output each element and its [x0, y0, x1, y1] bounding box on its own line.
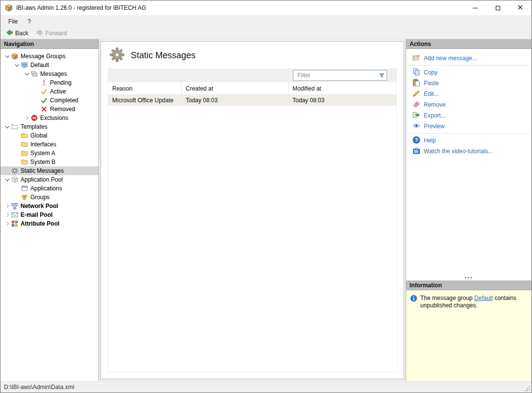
menu-help[interactable]: ?: [23, 15, 36, 27]
action-label: Export...: [424, 112, 446, 119]
filter-icon[interactable]: [377, 72, 387, 79]
nav-item-label: Application Pool: [21, 176, 63, 183]
action-copy[interactable]: Copy: [406, 67, 532, 78]
nav-item-label: E-mail Pool: [21, 211, 52, 218]
expander-icon[interactable]: [4, 211, 11, 218]
action-preview[interactable]: Preview: [406, 121, 532, 132]
content-title-row: Static Messages: [101, 42, 404, 69]
video-tutorials-icon: [412, 147, 420, 156]
back-button[interactable]: Back: [2, 28, 32, 38]
content-region: Static Messages Reason Created at Modifi…: [99, 39, 406, 381]
nav-item-network-pool[interactable]: Network Pool: [0, 202, 98, 210]
action-export[interactable]: Export...: [406, 110, 532, 121]
resize-grip-icon[interactable]: [525, 386, 531, 392]
nav-item-label: Attribute Pool: [21, 220, 59, 227]
copy-icon: [412, 68, 420, 77]
navigation-tree: Message Groups Default Messages Pending: [0, 49, 98, 381]
nav-item-interfaces[interactable]: Interfaces: [0, 140, 98, 149]
actions-panel: Actions Add new message... Copy Paste: [406, 39, 532, 381]
forward-button[interactable]: Forward: [33, 28, 71, 38]
action-label: Preview: [424, 123, 445, 130]
table-row[interactable]: Microsoft Office Update Today 08:03 Toda…: [108, 95, 396, 106]
expander-icon[interactable]: [4, 203, 11, 209]
statusbar-path: D:\IBI-aws\Admin\Data.xml: [4, 384, 74, 391]
remove-icon: [412, 100, 420, 110]
nav-item-removed[interactable]: Removed: [0, 105, 98, 114]
expander-icon[interactable]: [24, 70, 30, 77]
column-header-modified-at[interactable]: Modified at: [289, 82, 396, 94]
divider: [408, 133, 530, 134]
nav-item-label: System A: [30, 150, 55, 157]
nav-item-label: Templates: [21, 123, 48, 130]
app-window: IBI-aws Admin 1.26.0 - registered for IB…: [0, 0, 532, 393]
menu-file[interactable]: File: [3, 15, 23, 27]
action-watch-video-tutorials[interactable]: Watch the video-tutorials...: [406, 146, 532, 157]
action-label: Edit...: [424, 91, 439, 97]
information-panel: The message group Default contains unpub…: [406, 290, 532, 381]
nav-item-templates[interactable]: Templates: [0, 122, 98, 131]
expander-icon[interactable]: [4, 53, 11, 60]
close-button[interactable]: [509, 0, 532, 15]
action-paste[interactable]: Paste: [406, 78, 532, 89]
expander-icon[interactable]: [4, 176, 11, 183]
nav-item-applications[interactable]: Applications: [0, 184, 98, 193]
panel-splitter-grip[interactable]: •••: [406, 275, 532, 280]
gear-icon: [110, 47, 124, 64]
nav-item-completed[interactable]: Completed: [0, 96, 98, 105]
filter-band: [108, 69, 396, 82]
folder-icon: [21, 140, 28, 148]
nav-item-attribute-pool[interactable]: Attribute Pool: [0, 219, 98, 228]
cell-created-at: Today 08:03: [182, 95, 289, 106]
nav-item-global[interactable]: Global: [0, 131, 98, 140]
nav-item-system-b[interactable]: System B: [0, 158, 98, 166]
nav-item-email-pool[interactable]: E-mail Pool: [0, 210, 98, 219]
column-header-created-at[interactable]: Created at: [182, 82, 289, 94]
filter-input[interactable]: [293, 70, 377, 80]
back-arrow-icon: [6, 29, 13, 38]
nav-item-static-messages[interactable]: Static Messages: [0, 166, 98, 175]
paste-icon: [412, 79, 420, 88]
action-edit[interactable]: Edit...: [406, 89, 532, 99]
preview-icon: [412, 122, 420, 131]
nav-item-application-pool[interactable]: Application Pool: [0, 175, 98, 184]
messages-table: Reason Created at Modified at Microsoft …: [108, 69, 397, 372]
action-label: Watch the video-tutorials...: [424, 148, 493, 155]
actions-header: Actions: [406, 39, 532, 49]
statusbar: D:\IBI-aws\Admin\Data.xml: [0, 381, 532, 393]
nav-item-exclusions[interactable]: Exclusions: [0, 114, 98, 122]
expander-icon[interactable]: [14, 62, 21, 69]
minimize-icon: [473, 8, 478, 8]
nav-item-groups[interactable]: Groups: [0, 193, 98, 202]
nav-item-label: System B: [30, 159, 55, 165]
nav-item-label: Exclusions: [40, 115, 68, 121]
nav-item-default[interactable]: Default: [0, 61, 98, 69]
action-remove[interactable]: Remove: [406, 99, 532, 110]
expander-icon[interactable]: [4, 123, 11, 130]
nav-item-messages[interactable]: Messages: [0, 69, 98, 78]
default-group-link[interactable]: Default: [474, 295, 493, 301]
nav-item-active[interactable]: Active: [0, 87, 98, 96]
nav-item-pending[interactable]: Pending: [0, 78, 98, 87]
information-header: Information: [406, 280, 532, 290]
app-icon: [5, 4, 13, 12]
back-label: Back: [15, 30, 28, 37]
gear-icon: [11, 167, 19, 175]
action-label: Help: [424, 137, 436, 144]
active-icon: [40, 88, 48, 95]
nav-item-message-groups[interactable]: Message Groups: [0, 52, 98, 61]
expander-icon[interactable]: [24, 115, 30, 121]
action-label: Add new message...: [424, 55, 477, 62]
action-add-new-message[interactable]: Add new message...: [406, 53, 532, 64]
cell-reason: Microsoft Office Update: [108, 95, 182, 106]
column-header-reason[interactable]: Reason: [108, 82, 182, 94]
expander-icon[interactable]: [4, 220, 11, 227]
static-messages-panel: Static Messages Reason Created at Modifi…: [100, 41, 404, 379]
minimize-button[interactable]: [464, 0, 486, 15]
nav-item-system-a[interactable]: System A: [0, 149, 98, 158]
action-help[interactable]: ? Help: [406, 135, 532, 146]
nav-item-label: Pending: [50, 79, 72, 86]
folder-icon: [21, 158, 28, 166]
divider: [408, 65, 530, 66]
maximize-button[interactable]: [486, 0, 509, 15]
pending-icon: [40, 79, 48, 87]
